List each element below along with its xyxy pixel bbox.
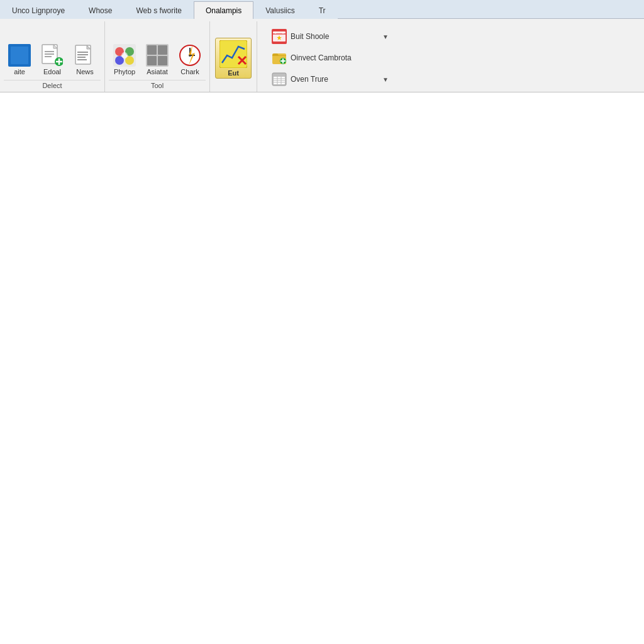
group-delect-items: aite bbox=[4, 23, 101, 77]
aite-icon bbox=[8, 44, 31, 67]
button-edoal-label: Edoal bbox=[43, 68, 61, 75]
svg-point-21 bbox=[121, 52, 128, 58]
oinvect-cambrota-icon bbox=[272, 50, 287, 65]
oinvect-cambrota-label: Oinvect Cambrota bbox=[291, 53, 389, 62]
button-eut-label: Eut bbox=[228, 69, 239, 77]
buit-shoole-icon bbox=[272, 29, 287, 44]
button-chark-label: Chark bbox=[180, 68, 199, 75]
tab-whose[interactable]: Whose bbox=[77, 1, 124, 19]
dropdown-buit-shoole[interactable]: Buit Shoole ▼ bbox=[267, 26, 393, 47]
button-news-label: News bbox=[76, 68, 94, 75]
button-aite-label: aite bbox=[14, 68, 25, 75]
tab-valusiics[interactable]: Valusiics bbox=[253, 1, 306, 19]
chark-icon bbox=[179, 44, 201, 67]
svg-rect-24 bbox=[158, 45, 167, 55]
button-edoal[interactable]: Edoal bbox=[36, 42, 68, 77]
svg-rect-25 bbox=[147, 56, 157, 65]
oven-trure-icon bbox=[272, 72, 287, 87]
group-tool-label: Tool bbox=[109, 80, 206, 92]
svg-rect-23 bbox=[147, 45, 157, 55]
group-tool: Phytop Asiatat bbox=[105, 21, 210, 92]
button-news[interactable]: News bbox=[69, 42, 101, 77]
button-phytop[interactable]: Phytop bbox=[109, 42, 140, 77]
button-aite[interactable]: aite bbox=[4, 42, 35, 77]
tab-web-sfworite[interactable]: Web s fworite bbox=[124, 1, 193, 19]
edoal-icon bbox=[41, 44, 64, 67]
dropdown-oinvect-cambrota[interactable]: Oinvect Cambrota bbox=[267, 48, 393, 68]
asiatat-icon bbox=[146, 44, 169, 67]
oven-trure-arrow: ▼ bbox=[382, 76, 389, 83]
eut-icon bbox=[219, 40, 247, 68]
buit-shoole-label: Buit Shoole bbox=[291, 32, 379, 41]
tab-onalampis[interactable]: Onalampis bbox=[194, 1, 253, 19]
oven-trure-label: Oven Trure bbox=[291, 75, 379, 84]
button-phytop-label: Phytop bbox=[114, 68, 135, 75]
button-eut[interactable]: Eut bbox=[215, 38, 252, 79]
svg-rect-26 bbox=[158, 56, 167, 65]
dropdown-oven-trure[interactable]: Oven Trure ▼ bbox=[267, 69, 393, 89]
ribbon-panel: aite bbox=[0, 19, 644, 92]
group-delect-label: Delect bbox=[4, 80, 101, 92]
svg-rect-1 bbox=[11, 47, 28, 64]
group-actions: Buit Shoole ▼ Oinvect Cambrota bbox=[257, 21, 403, 92]
group-tool-items: Phytop Asiatat bbox=[109, 23, 206, 77]
group-delect: aite bbox=[0, 21, 105, 92]
button-chark[interactable]: Chark bbox=[174, 42, 206, 77]
tab-tr[interactable]: Tr bbox=[307, 1, 338, 19]
svg-point-38 bbox=[275, 32, 277, 34]
tab-unco-lignproye[interactable]: Unco Lignproye bbox=[0, 1, 77, 19]
content-area bbox=[0, 92, 644, 596]
buit-shoole-arrow: ▼ bbox=[382, 33, 389, 40]
button-asiatat[interactable]: Asiatat bbox=[142, 42, 173, 77]
button-asiatat-label: Asiatat bbox=[147, 68, 168, 75]
dropdown-group: Buit Shoole ▼ Oinvect Cambrota bbox=[262, 24, 398, 92]
ribbon-container: Unco Lignproye Whose Web s fworite Onala… bbox=[0, 0, 644, 92]
group-eut: Eut bbox=[210, 21, 257, 92]
news-icon bbox=[74, 44, 96, 67]
svg-point-39 bbox=[282, 32, 284, 34]
phytop-icon bbox=[113, 44, 136, 67]
tab-bar: Unco Lignproye Whose Web s fworite Onala… bbox=[0, 0, 644, 19]
